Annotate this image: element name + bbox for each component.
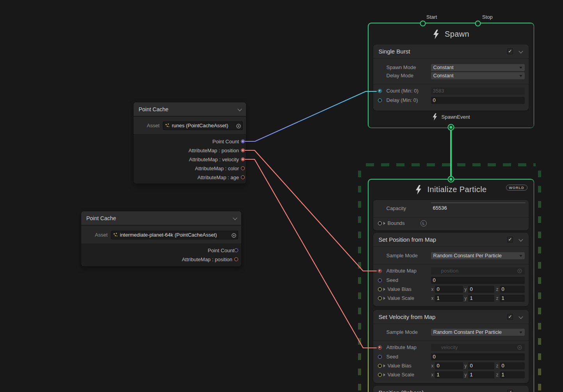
sample-mode-dropdown[interactable]: Random Constant Per Particle — [431, 252, 525, 259]
collapse-chevron-icon[interactable] — [233, 216, 237, 220]
value-scale-expander-icon[interactable] — [383, 297, 385, 300]
single-burst-header[interactable]: Single Burst — [373, 45, 529, 59]
initialize-particle-context-node[interactable]: Initialize Particle WORLD Capacity 65536… — [368, 179, 534, 392]
block-enabled-checkbox[interactable] — [507, 237, 513, 242]
axis-z-label: z — [496, 295, 499, 302]
port-value-bias-input[interactable] — [378, 364, 382, 368]
output-row: Point Count — [81, 246, 241, 255]
seed-label: Seed — [387, 277, 398, 284]
value-bias-y-field[interactable]: 0 — [468, 362, 494, 369]
output-row: AttributeMap : velocity — [134, 155, 246, 164]
set-velocity-from-map-block[interactable]: Set Velocity from Map Sample Mode Random… — [373, 310, 529, 383]
single-burst-block[interactable]: Single Burst Spawn Mode Constant Delay M… — [373, 45, 529, 110]
edge-point-count-to-count[interactable] — [245, 91, 376, 141]
object-picker-icon-dim[interactable] — [517, 268, 522, 274]
block-header[interactable]: Position (Sphere) — [373, 386, 529, 392]
collapse-chevron-icon[interactable] — [237, 107, 242, 111]
port-bounds-input[interactable] — [378, 221, 382, 225]
port-attributemap-color[interactable] — [241, 166, 245, 170]
port-value-scale-input[interactable] — [378, 296, 382, 300]
count-field[interactable]: 3583 — [431, 87, 525, 94]
axis-y-label: y — [465, 295, 467, 302]
seed-field[interactable]: 0 — [431, 277, 525, 284]
edge-position-to-attribute-map[interactable] — [245, 150, 376, 271]
spawn-context-node[interactable]: Spawn Single Burst Spawn Mode Constant D… — [368, 23, 534, 128]
point-cache-planet-node[interactable]: Point Cache Asset intermediate-planet-64… — [81, 211, 241, 266]
bounds-space-badge[interactable]: L — [420, 220, 427, 226]
block-collapse-chevron-icon[interactable] — [518, 390, 523, 392]
port-attributemap-position[interactable] — [241, 148, 245, 152]
delay-mode-dropdown[interactable]: Constant — [431, 72, 525, 79]
port-point-count[interactable] — [234, 248, 238, 252]
sample-mode-dropdown[interactable]: Random Constant Per Particle — [431, 329, 525, 336]
block-enabled-checkbox[interactable] — [507, 314, 513, 320]
delay-field[interactable]: 0 — [431, 97, 525, 104]
point-cache-planet-header[interactable]: Point Cache — [81, 211, 241, 225]
port-attribute-map-input[interactable] — [378, 346, 382, 349]
bounds-expander-icon[interactable] — [383, 222, 385, 225]
space-badge-world[interactable]: WORLD — [506, 185, 527, 191]
event-lightning-icon — [415, 185, 422, 194]
block-header[interactable]: Set Position from Map — [373, 233, 529, 247]
output-row: AttributeMap : position — [134, 146, 246, 155]
asset-value: runes (PointCacheAsset) — [172, 122, 228, 130]
value-scale-x-field[interactable]: 1 — [435, 295, 463, 302]
port-count-input[interactable] — [378, 89, 382, 93]
context-title: Spawn — [445, 30, 469, 39]
value-scale-z-field[interactable]: 1 — [500, 295, 525, 302]
point-cache-runes-header[interactable]: Point Cache — [134, 102, 246, 116]
block-collapse-chevron-icon[interactable] — [518, 49, 523, 53]
port-value-bias-input[interactable] — [378, 287, 382, 291]
seed-field[interactable]: 0 — [431, 353, 525, 360]
output-row: AttributeMap : color — [134, 164, 246, 173]
attribute-map-field[interactable]: velocity — [431, 344, 525, 351]
port-seed-input[interactable] — [378, 355, 382, 359]
value-bias-expander-icon[interactable] — [383, 364, 385, 367]
edge-velocity-to-attribute-map[interactable] — [245, 159, 376, 348]
value-scale-z-field[interactable]: 1 — [500, 371, 525, 378]
value-bias-x-field[interactable]: 0 — [435, 362, 463, 369]
object-picker-icon[interactable] — [231, 233, 237, 238]
value-bias-expander-icon[interactable] — [383, 288, 385, 291]
node-title: Point Cache — [86, 211, 116, 225]
output-row: AttributeMap : age — [134, 173, 246, 182]
set-position-from-map-block[interactable]: Set Position from Map Sample Mode Random… — [373, 233, 529, 306]
asset-object-field[interactable]: runes (PointCacheAsset) — [163, 121, 243, 130]
axis-z-label: z — [496, 286, 499, 293]
port-delay-input[interactable] — [378, 98, 382, 102]
point-cache-asset-icon — [113, 232, 118, 237]
output-row: Point Count — [134, 137, 246, 146]
flow-anchor-start-label: Start — [426, 14, 437, 20]
value-scale-label: Value Scale — [388, 371, 414, 378]
point-cache-runes-node[interactable]: Point Cache Asset runes (PointCacheAsset… — [134, 102, 246, 184]
spawn-mode-dropdown[interactable]: Constant — [431, 64, 525, 71]
block-enabled-checkbox[interactable] — [507, 48, 513, 54]
position-sphere-block[interactable]: Position (Sphere) — [373, 386, 529, 392]
port-seed-input[interactable] — [378, 278, 382, 282]
value-scale-y-field[interactable]: 1 — [468, 295, 494, 302]
output-label: AttributeMap : color — [195, 164, 239, 173]
block-collapse-chevron-icon[interactable] — [518, 314, 523, 319]
port-point-count[interactable] — [241, 139, 245, 143]
port-attributemap-position[interactable] — [234, 257, 238, 261]
object-picker-icon-dim[interactable] — [517, 345, 522, 350]
port-value-scale-input[interactable] — [378, 373, 382, 377]
port-attributemap-age[interactable] — [241, 175, 245, 179]
value-scale-x-field[interactable]: 1 — [435, 371, 463, 378]
block-collapse-chevron-icon[interactable] — [518, 237, 523, 241]
asset-object-field[interactable]: intermediate-planet-64k (PointCacheAsset… — [111, 231, 238, 239]
attribute-map-field[interactable]: position — [431, 267, 525, 274]
block-header[interactable]: Set Velocity from Map — [373, 310, 529, 324]
value-bias-x-field[interactable]: 0 — [435, 286, 463, 293]
object-picker-icon[interactable] — [236, 123, 241, 129]
capacity-field[interactable]: 65536 — [431, 205, 526, 212]
value-bias-z-field[interactable]: 0 — [500, 362, 525, 369]
value-scale-y-field[interactable]: 1 — [468, 371, 494, 378]
block-enabled-checkbox[interactable] — [507, 390, 513, 392]
value-bias-z-field[interactable]: 0 — [500, 286, 525, 293]
value-scale-expander-icon[interactable] — [383, 373, 385, 376]
seed-label: Seed — [387, 353, 398, 360]
port-attribute-map-input[interactable] — [378, 269, 382, 273]
port-attributemap-velocity[interactable] — [241, 157, 245, 161]
value-bias-y-field[interactable]: 0 — [468, 286, 494, 293]
